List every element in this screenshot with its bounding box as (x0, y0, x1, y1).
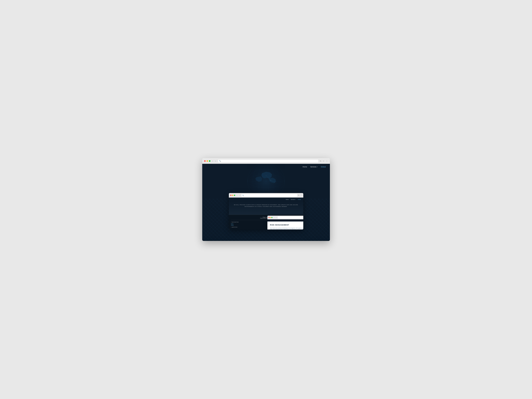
inner-address-bar[interactable] (278, 216, 303, 219)
nested-search-icon: 🔍 (242, 195, 244, 196)
nested-navigation: Home Services ▾ Global (229, 197, 303, 202)
nested-browser-chrome: ‹ › 🔍 ↻ ⋮ (229, 193, 303, 197)
nested-back-button[interactable]: ‹ (236, 194, 238, 196)
nested-nav-home[interactable]: Home (286, 199, 289, 200)
nav-global[interactable]: Global (321, 166, 326, 168)
chevron-down-icon: ▾ (317, 166, 318, 168)
inner-browser-window: ‹ › ↻ ⋮ Home Services ▾ Global RISK (267, 216, 303, 229)
forward-button[interactable]: › (215, 160, 216, 162)
nested-menu-button[interactable]: ⋮ (300, 194, 302, 196)
risk-management-content: RISK MANAGEMENT Team Savante has a profo… (267, 222, 303, 229)
inner-maximize-button[interactable] (271, 217, 272, 218)
website-content: Home Services ▾ Global ‹ › 🔍 ↻ (202, 164, 330, 241)
inner-navigation: Home Services ▾ Global (267, 219, 303, 222)
nested-nav-services-dropdown[interactable]: Services ▾ (291, 199, 296, 200)
nested-chevron-down-icon: ▾ (295, 199, 296, 200)
browser-window: ‹ › 🔍 ↻ ☆ ⋮ (202, 158, 330, 241)
nested-close-button[interactable] (230, 195, 232, 196)
maximize-button[interactable] (209, 160, 210, 162)
inner-close-button[interactable] (268, 217, 270, 218)
nested-minimize-button[interactable] (232, 195, 233, 196)
nested-hero-section: WE WILL PROVIDE CLIENTS WITH A UNIQUE FR… (229, 202, 303, 215)
nested-forward-button[interactable]: › (239, 194, 241, 196)
risk-management-title: RISK MANAGEMENT (270, 224, 303, 226)
nested-maximize-button[interactable] (234, 195, 235, 196)
inner-minimize-button[interactable] (270, 217, 271, 218)
close-button[interactable] (204, 160, 206, 162)
nested-nav-global[interactable]: Global (298, 199, 301, 200)
reload-button[interactable]: ↻ (320, 160, 321, 162)
nested-nav-services-label: Services (291, 199, 295, 200)
menu-button[interactable]: ⋮ (326, 160, 328, 162)
inner-back-button[interactable]: ‹ (273, 217, 275, 218)
hero-tagline: WE WILL PROVIDE CLIENTS WITH A UNIQUE FR… (232, 204, 301, 207)
nav-home[interactable]: Home (303, 166, 307, 168)
nested-browser-window: ‹ › 🔍 ↻ ⋮ Home Services ▾ Global (229, 193, 303, 229)
nav-services-label: Services (310, 166, 317, 168)
nav-services-dropdown[interactable]: Services ▾ (310, 166, 318, 168)
search-icon: 🔍 (219, 160, 221, 162)
bookmark-button[interactable]: ☆ (323, 160, 324, 162)
main-navigation: Home Services ▾ Global (202, 164, 330, 170)
traffic-lights (204, 160, 210, 162)
address-bar[interactable]: 🔍 (218, 159, 319, 163)
browser-chrome: ‹ › 🔍 ↻ ☆ ⋮ (202, 158, 330, 164)
nested-reload-button[interactable]: ↻ (298, 195, 299, 196)
inner-forward-button[interactable]: › (276, 217, 277, 218)
back-button[interactable]: ‹ (212, 160, 214, 162)
url-input[interactable] (222, 160, 317, 162)
minimize-button[interactable] (207, 160, 208, 162)
risk-management-para1: Team Savante has a profound understandin… (270, 228, 303, 229)
nested-address-bar[interactable]: 🔍 (241, 194, 297, 197)
inner-browser-chrome: ‹ › ↻ ⋮ (267, 216, 303, 219)
